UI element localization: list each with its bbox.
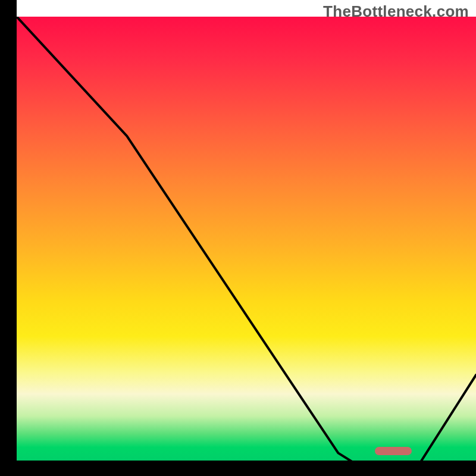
axis-bottom-border xyxy=(0,461,476,476)
watermark-text: TheBottleneck.com xyxy=(323,2,469,21)
plot-area xyxy=(17,17,476,461)
axis-left-border xyxy=(0,0,17,476)
optimum-marker xyxy=(375,447,412,455)
heatmap-gradient xyxy=(17,17,476,461)
chart-root: TheBottleneck.com xyxy=(0,0,476,476)
